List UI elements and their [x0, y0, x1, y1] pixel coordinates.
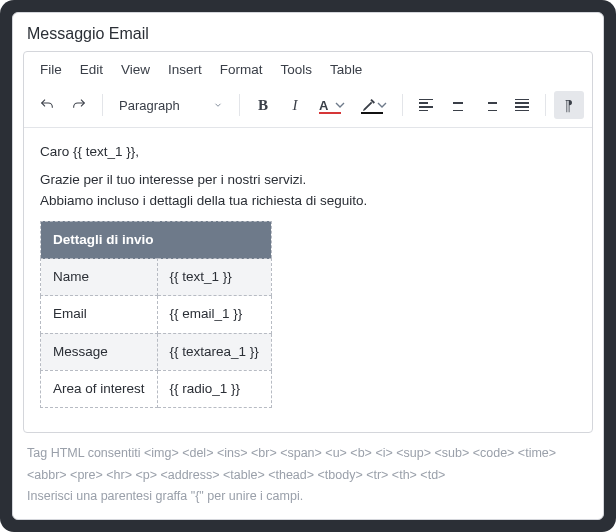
bold-icon: B: [258, 97, 268, 114]
cell-value: {{ text_1 }}: [157, 259, 271, 296]
align-right-button[interactable]: [475, 91, 505, 119]
menu-view[interactable]: View: [113, 58, 158, 81]
greeting-text: Caro {{ text_1 }},: [40, 142, 576, 162]
table-row: Area of interest{{ radio_1 }}: [41, 370, 272, 407]
block-format-label: Paragraph: [119, 98, 180, 113]
menu-insert[interactable]: Insert: [160, 58, 210, 81]
menu-table[interactable]: Table: [322, 58, 370, 81]
menu-tools[interactable]: Tools: [273, 58, 321, 81]
bold-button[interactable]: B: [248, 91, 278, 119]
italic-button[interactable]: I: [280, 91, 310, 119]
toolbar: Paragraph B I A: [24, 87, 592, 128]
align-left-button[interactable]: [411, 91, 441, 119]
highlight-color-button[interactable]: [354, 91, 394, 119]
cell-key: Email: [41, 296, 158, 333]
italic-icon: I: [293, 97, 298, 114]
block-format-select[interactable]: Paragraph: [111, 91, 231, 119]
align-justify-icon: [515, 99, 529, 111]
toolbar-divider: [102, 94, 103, 116]
cell-key: Name: [41, 259, 158, 296]
window-frame: Messaggio Email File Edit View Insert Fo…: [0, 0, 616, 532]
table-row: Email{{ email_1 }}: [41, 296, 272, 333]
align-center-icon: [451, 99, 465, 111]
redo-icon: [71, 97, 87, 113]
menubar: File Edit View Insert Format Tools Table: [24, 52, 592, 87]
menu-format[interactable]: Format: [212, 58, 271, 81]
toolbar-divider: [545, 94, 546, 116]
cell-value: {{ textarea_1 }}: [157, 333, 271, 370]
chevron-down-icon: [374, 97, 390, 113]
cell-key: Area of interest: [41, 370, 158, 407]
panel-title: Messaggio Email: [13, 13, 603, 51]
merge-fields-hint: Inserisci una parentesi graffa "{" per u…: [27, 486, 589, 507]
align-justify-button[interactable]: [507, 91, 537, 119]
allowed-tags-hint: Tag HTML consentiti <img> <del> <ins> <b…: [27, 443, 589, 486]
align-center-button[interactable]: [443, 91, 473, 119]
body-line-1: Grazie per il tuo interesse per i nostri…: [40, 170, 576, 190]
menu-edit[interactable]: Edit: [72, 58, 111, 81]
body-line-2: Abbiamo incluso i dettagli della tua ric…: [40, 191, 576, 211]
table-row: Message{{ textarea_1 }}: [41, 333, 272, 370]
cell-key: Message: [41, 333, 158, 370]
undo-button[interactable]: [32, 91, 62, 119]
rich-text-editor: File Edit View Insert Format Tools Table: [23, 51, 593, 433]
toolbar-divider: [402, 94, 403, 116]
email-editor-panel: Messaggio Email File Edit View Insert Fo…: [12, 12, 604, 520]
hints-area: Tag HTML consentiti <img> <del> <ins> <b…: [13, 433, 603, 519]
toolbar-divider: [239, 94, 240, 116]
menu-file[interactable]: File: [32, 58, 70, 81]
text-color-button[interactable]: A: [312, 91, 352, 119]
align-right-icon: [483, 99, 497, 111]
chevron-down-icon: [213, 100, 223, 110]
pilcrow-icon: ¶: [565, 97, 573, 113]
redo-button[interactable]: [64, 91, 94, 119]
cell-value: {{ radio_1 }}: [157, 370, 271, 407]
show-invisibles-button[interactable]: ¶: [554, 91, 584, 119]
details-table-header: Dettagli di invio: [41, 221, 272, 258]
details-table: Dettagli di invio Name{{ text_1 }} Email…: [40, 221, 272, 408]
table-row: Name{{ text_1 }}: [41, 259, 272, 296]
cell-value: {{ email_1 }}: [157, 296, 271, 333]
editor-content[interactable]: Caro {{ text_1 }}, Grazie per il tuo int…: [24, 128, 592, 432]
undo-icon: [39, 97, 55, 113]
text-color-icon: A: [319, 98, 328, 113]
align-left-icon: [419, 99, 433, 111]
chevron-down-icon: [332, 97, 348, 113]
